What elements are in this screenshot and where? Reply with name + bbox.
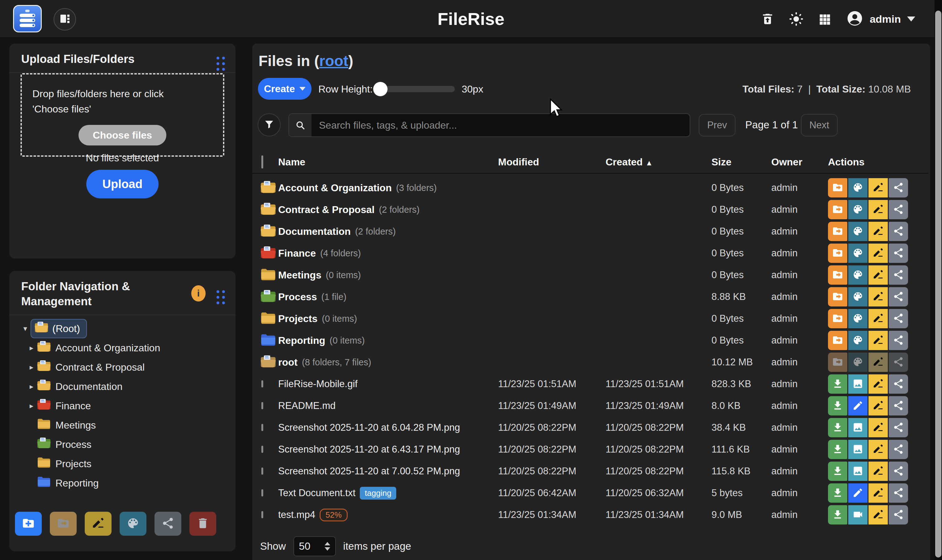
item-name[interactable]: Contract & Proposal xyxy=(278,204,374,215)
share-button[interactable] xyxy=(889,222,908,241)
tree-caret-icon[interactable]: ▸ xyxy=(26,402,37,410)
drag-handle-icon[interactable] xyxy=(217,57,225,71)
file-row[interactable]: Screenshot 2025-11-20 at 7.00.52 PM.png1… xyxy=(252,460,928,482)
row-checkbox[interactable] xyxy=(262,468,263,475)
folder-row[interactable]: Reporting(0 items)0 Bytesadmin xyxy=(252,329,928,351)
item-name[interactable]: Meetings xyxy=(278,269,322,281)
file-row[interactable]: test.mp452%11/23/25 01:34AM11/23/25 01:3… xyxy=(252,504,928,526)
folder-color-button[interactable] xyxy=(848,200,868,219)
item-name[interactable]: Account & Organization xyxy=(278,182,392,194)
theme-toggle-button[interactable] xyxy=(789,12,804,26)
folder-color-button[interactable] xyxy=(848,287,868,306)
prev-page-button[interactable]: Prev xyxy=(699,114,736,137)
upload-button[interactable]: Upload xyxy=(86,170,159,198)
item-name[interactable]: Projects xyxy=(278,313,317,325)
preview-button[interactable] xyxy=(848,374,868,394)
preview-button[interactable] xyxy=(848,440,868,459)
preview-button[interactable] xyxy=(848,462,868,481)
rename-button[interactable] xyxy=(868,396,888,415)
item-name[interactable]: root xyxy=(278,357,297,368)
share-button[interactable] xyxy=(889,352,908,372)
rename-button[interactable] xyxy=(868,483,888,503)
tree-item-finance[interactable]: ▸Finance xyxy=(9,396,236,415)
delete-folder-button[interactable] xyxy=(189,512,216,536)
file-dropzone[interactable]: Drop files/folders here or click 'Choose… xyxy=(20,73,224,157)
share-button[interactable] xyxy=(889,505,908,525)
rename-button[interactable] xyxy=(868,243,888,263)
slider-thumb[interactable] xyxy=(373,82,388,96)
folder-color-button[interactable] xyxy=(848,352,868,372)
item-name[interactable]: test.mp4 xyxy=(278,509,315,520)
share-button[interactable] xyxy=(889,309,908,328)
row-height-slider[interactable] xyxy=(374,86,455,92)
item-name[interactable]: Screenshot 2025-11-20 at 6.43.17 PM.png xyxy=(278,444,460,455)
download-button[interactable] xyxy=(828,505,847,525)
rename-button[interactable] xyxy=(868,331,888,350)
folder-row[interactable]: root(8 folders, 7 files)10.12 MBadmin xyxy=(252,351,928,373)
tree-caret-icon[interactable]: ▸ xyxy=(26,363,37,372)
row-checkbox[interactable] xyxy=(262,424,263,431)
rename-button[interactable] xyxy=(868,505,888,525)
tree-caret-icon[interactable]: ▾ xyxy=(20,324,31,333)
share-button[interactable] xyxy=(889,287,908,306)
rename-button[interactable] xyxy=(868,287,888,306)
root-breadcrumb-link[interactable]: root xyxy=(319,52,348,69)
move-folder-button[interactable] xyxy=(828,287,847,306)
scrollbar-thumb[interactable] xyxy=(935,11,941,557)
file-row[interactable]: Screenshot 2025-11-20 at 6.04.28 PM.png1… xyxy=(252,417,928,438)
move-folder-button[interactable] xyxy=(828,265,847,285)
item-name[interactable]: Screenshot 2025-11-20 at 6.04.28 PM.png xyxy=(278,422,460,433)
drag-handle-icon[interactable] xyxy=(217,290,225,304)
row-checkbox[interactable] xyxy=(262,511,263,518)
column-header-modified[interactable]: Modified xyxy=(498,156,606,168)
tree-caret-icon[interactable]: ▸ xyxy=(26,382,37,391)
select-all-checkbox[interactable] xyxy=(262,155,263,169)
info-icon[interactable]: i xyxy=(191,285,206,302)
rename-button[interactable] xyxy=(868,222,888,241)
folder-color-button[interactable] xyxy=(848,178,868,197)
move-folder-button[interactable] xyxy=(828,331,847,350)
tree-item--root-[interactable]: ▾(Root) xyxy=(9,319,236,338)
move-folder-button[interactable] xyxy=(828,222,847,241)
share-button[interactable] xyxy=(889,243,908,263)
color-folder-button[interactable] xyxy=(120,512,146,536)
tree-item-meetings[interactable]: Meetings xyxy=(9,415,236,435)
folder-color-button[interactable] xyxy=(848,243,868,263)
download-button[interactable] xyxy=(828,374,847,394)
share-folder-button[interactable] xyxy=(154,512,181,536)
download-button[interactable] xyxy=(828,418,847,437)
page-scrollbar[interactable] xyxy=(934,0,942,560)
item-name[interactable]: Documentation xyxy=(278,226,351,237)
share-button[interactable] xyxy=(889,331,908,350)
search-input[interactable] xyxy=(311,114,690,137)
edit-file-button[interactable] xyxy=(848,396,868,415)
rename-button[interactable] xyxy=(868,418,888,437)
share-button[interactable] xyxy=(889,265,908,285)
download-button[interactable] xyxy=(828,483,847,503)
rename-button[interactable] xyxy=(868,200,888,219)
rename-button[interactable] xyxy=(868,440,888,459)
download-button[interactable] xyxy=(828,396,847,415)
folder-row[interactable]: Meetings(0 items)0 Bytesadmin xyxy=(252,264,928,286)
share-button[interactable] xyxy=(889,462,908,481)
folder-row[interactable]: Finance(4 folders)0 Bytesadmin xyxy=(252,242,928,264)
column-header-name[interactable]: Name xyxy=(278,156,498,168)
trash-restore-button[interactable] xyxy=(760,12,775,26)
file-row[interactable]: Text Document.txttagging11/20/25 06:42AM… xyxy=(252,482,928,504)
column-header-size[interactable]: Size xyxy=(711,156,771,168)
items-per-page-select[interactable]: 50 xyxy=(294,536,336,556)
folder-color-button[interactable] xyxy=(848,309,868,328)
folder-row[interactable]: Contract & Proposal(2 folders)0 Bytesadm… xyxy=(252,199,928,220)
item-name[interactable]: Screenshot 2025-11-20 at 7.00.52 PM.png xyxy=(278,466,460,477)
tree-item-documentation[interactable]: ▸Documentation xyxy=(9,377,236,396)
folder-color-button[interactable] xyxy=(848,222,868,241)
share-button[interactable] xyxy=(889,396,908,415)
app-logo[interactable] xyxy=(13,5,42,32)
folder-color-button[interactable] xyxy=(848,331,868,350)
move-folder-button[interactable] xyxy=(828,352,847,372)
toggle-sidebar-button[interactable] xyxy=(54,8,76,31)
preview-button[interactable] xyxy=(848,418,868,437)
tree-item-contract-proposal[interactable]: ▸Contract & Proposal xyxy=(9,358,236,377)
folder-row[interactable]: Documentation(2 folders)0 Bytesadmin xyxy=(252,220,928,242)
move-folder-button[interactable] xyxy=(828,200,847,219)
